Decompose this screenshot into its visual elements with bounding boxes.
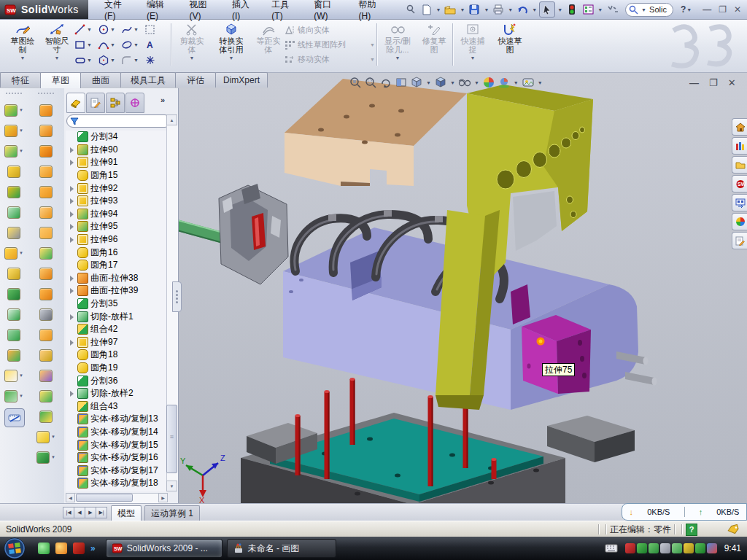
hole-wizard-icon[interactable] xyxy=(7,222,20,243)
revolved-boss-icon[interactable]: ▼ xyxy=(4,120,23,141)
quick-snaps-button[interactable]: 快速捕捉 ▼ xyxy=(455,21,490,68)
tree-item[interactable]: 拉伸96 xyxy=(66,233,166,246)
doc-minimize-button[interactable]: — xyxy=(689,77,699,88)
panel-overflow-chevron[interactable]: » xyxy=(160,96,165,104)
tree-item[interactable]: 圆角19 xyxy=(66,362,166,375)
tree-item[interactable]: 曲面-拉伸38 xyxy=(66,272,166,285)
update-clock-icon[interactable] xyxy=(649,543,659,553)
rotate-view-icon[interactable] xyxy=(379,76,392,89)
tree-item[interactable]: 分割36 xyxy=(66,374,166,387)
linear-pattern-dropdown-icon[interactable]: ▼ xyxy=(370,42,375,47)
tag-icon[interactable] xyxy=(727,524,740,534)
propertymanager-tab[interactable] xyxy=(86,93,105,113)
tree-item[interactable]: 拉伸93 xyxy=(66,195,166,208)
quicklaunch-chevron[interactable]: » xyxy=(90,543,96,553)
tree-item[interactable]: 实体-移动/复制17 xyxy=(66,464,166,477)
mirror-entities-button[interactable]: 镜向实体 xyxy=(285,23,375,37)
search-input[interactable]: Solic xyxy=(649,5,667,14)
tree-item[interactable]: 实体-移动/复制15 xyxy=(66,438,166,451)
linear-pattern-icon[interactable]: ▼ xyxy=(4,243,23,263)
spline-dropdown-icon[interactable]: ▼ xyxy=(133,27,139,32)
next-tab-button[interactable]: ▶ xyxy=(85,507,96,518)
view-orientation-dropdown-icon[interactable]: ▼ xyxy=(426,80,431,85)
view-settings-icon[interactable] xyxy=(522,76,535,89)
menu-view[interactable]: 视图(V) xyxy=(180,0,222,24)
tree-item[interactable]: 实体-移动/复制13 xyxy=(66,413,166,426)
tree-scroll-left-button[interactable]: ◀ xyxy=(66,493,75,502)
select-dropdown-icon[interactable]: ▼ xyxy=(557,7,562,12)
select-tool-icon[interactable] xyxy=(539,1,555,18)
line-sketch-button[interactable]: ▼ xyxy=(74,22,98,37)
keyboard-tray-icon[interactable] xyxy=(605,544,618,553)
sync-blocked-icon[interactable] xyxy=(707,543,717,553)
options-dropdown-icon[interactable]: ▼ xyxy=(597,7,603,12)
extruded-boss-icon[interactable]: ▼ xyxy=(4,100,23,120)
surface-flatten-icon[interactable] xyxy=(39,365,53,386)
undo-icon[interactable] xyxy=(515,2,530,17)
boundary-boss-icon[interactable] xyxy=(7,182,20,202)
panel-splitter-handle[interactable] xyxy=(172,281,182,312)
menu-file[interactable]: 文件(F) xyxy=(96,0,138,24)
curve-tool-icon[interactable]: ▼ xyxy=(4,386,23,406)
help-button[interactable]: ? xyxy=(681,4,686,15)
zoom-to-area-icon[interactable] xyxy=(364,76,377,89)
shield-power-icon[interactable] xyxy=(637,543,647,553)
rectangle-dropdown-icon[interactable]: ▼ xyxy=(87,42,92,47)
toolbar-grip[interactable] xyxy=(38,93,54,97)
part-cavity-insert[interactable] xyxy=(179,184,288,284)
circle-sketch-button[interactable]: ▼ xyxy=(98,22,121,37)
open-folder-icon[interactable] xyxy=(443,2,457,17)
antivirus-alert-icon[interactable] xyxy=(625,543,635,553)
tab-surfaces[interactable]: 曲面 xyxy=(80,72,121,88)
spline-sketch-button[interactable]: ▼ xyxy=(121,22,144,37)
sketch-dropdown-icon[interactable]: ▼ xyxy=(20,55,26,61)
graphics-viewport[interactable]: Y Z X ▼ ▼ ▼ ▼ ▼ — ❐ ✕ xyxy=(179,73,747,503)
cylinder-tool-icon[interactable] xyxy=(39,406,53,427)
tab-dimxpert[interactable]: DimXpert xyxy=(215,72,268,88)
network-phone-icon[interactable] xyxy=(672,543,682,553)
save-dropdown-icon[interactable]: ▼ xyxy=(484,7,489,12)
move-entities-dropdown-icon[interactable]: ▼ xyxy=(370,57,375,62)
file-explorer-tab[interactable] xyxy=(732,156,747,174)
convert-entities-button[interactable]: 转换实体引用 ▼ xyxy=(212,21,251,68)
trim-entities-button[interactable]: 剪裁实体 ▼ xyxy=(174,21,210,68)
tree-filter-box[interactable] xyxy=(66,114,171,128)
text-sketch-button[interactable]: A xyxy=(144,37,168,52)
doc-close-button[interactable]: ✕ xyxy=(728,77,736,88)
lofted-boss-icon[interactable] xyxy=(7,161,20,182)
tree-item[interactable]: 分割35 xyxy=(66,298,166,311)
move-entities-button[interactable]: 移动实体 ▼ xyxy=(285,52,375,66)
polygon-sketch-button[interactable]: ▼ xyxy=(98,52,121,68)
hide-show-dropdown-icon[interactable]: ▼ xyxy=(474,80,479,85)
view-palette-tab[interactable] xyxy=(732,194,747,211)
tree-item[interactable]: 圆角16 xyxy=(66,246,166,259)
quick-snaps-dropdown-icon[interactable]: ▼ xyxy=(471,55,476,61)
swept-boss-icon[interactable]: ▼ xyxy=(4,141,23,161)
fillet-ball-icon[interactable] xyxy=(39,386,53,406)
surface-revolve-icon[interactable] xyxy=(39,120,53,141)
surface-sweep-icon[interactable] xyxy=(39,100,53,120)
tab-evaluate[interactable]: 评估 xyxy=(175,72,216,88)
save-icon[interactable] xyxy=(467,2,481,17)
appearances-scenes-tab[interactable] xyxy=(732,213,747,230)
design-library-tab[interactable] xyxy=(732,137,747,155)
model-tab[interactable]: 模型 xyxy=(111,505,142,521)
new-document-icon[interactable] xyxy=(419,2,434,17)
wand-tool-icon[interactable]: ▼ xyxy=(36,427,55,447)
arc-sketch-button[interactable]: ▼ xyxy=(98,37,121,52)
slot-sketch-button[interactable]: ▼ xyxy=(74,52,98,68)
tree-item[interactable]: 拉伸94 xyxy=(66,208,166,221)
part-top-plate[interactable] xyxy=(285,79,467,186)
hide-show-items-icon[interactable] xyxy=(458,76,471,89)
ellipse-dropdown-icon[interactable]: ▼ xyxy=(133,42,139,47)
repair-sketch-button[interactable]: 修复草图 xyxy=(417,21,451,68)
ime-indicator-icon[interactable] xyxy=(605,2,619,17)
rapid-sketch-button[interactable]: 快速草图 xyxy=(492,21,528,68)
spline-tool-icon[interactable]: ▼ xyxy=(36,447,55,467)
quick-tips-icon[interactable]: ? xyxy=(686,524,697,536)
surface-delete-icon[interactable] xyxy=(39,304,53,324)
sketch-fillet-dropdown-icon[interactable]: ▼ xyxy=(133,58,139,63)
linear-sketch-pattern-button[interactable]: 线性草图阵列 ▼ xyxy=(285,37,375,52)
tree-item[interactable]: 实体-移动/复制18 xyxy=(66,477,166,490)
tab-mold-tools[interactable]: 模具工具 xyxy=(120,72,176,88)
